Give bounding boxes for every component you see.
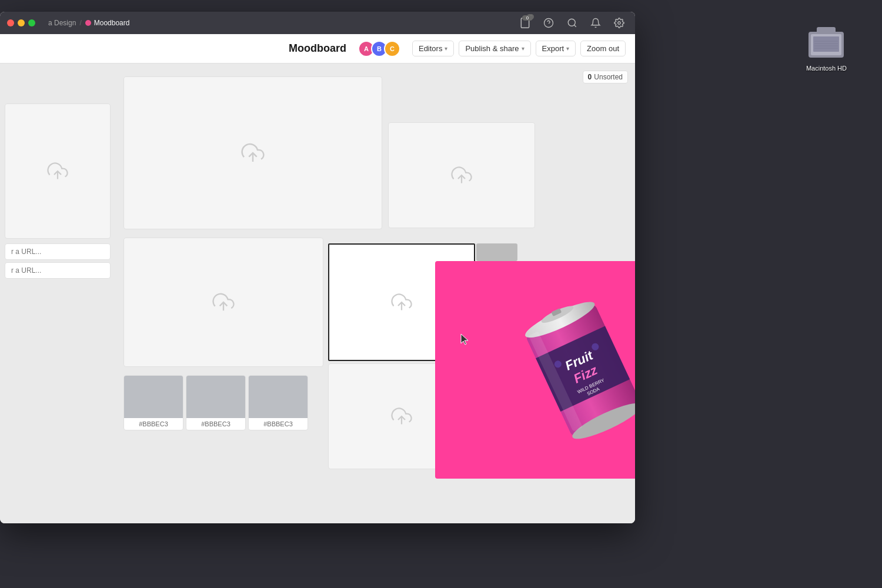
publish-chevron-icon: ▾ xyxy=(522,45,524,52)
svg-rect-26 xyxy=(817,27,836,34)
svg-rect-0 xyxy=(521,18,529,28)
upload-icon-middle xyxy=(212,291,235,313)
swatch-3[interactable]: #BBBEC3 xyxy=(248,375,308,430)
app-toolbar: Moodboard A B C Editors ▾ Publish & shar… xyxy=(0,34,635,64)
swatch-label-3: #BBBEC3 xyxy=(249,418,308,430)
unsorted-count: 0 xyxy=(588,73,592,81)
cursor-icon xyxy=(459,333,470,349)
tablet-badge: 0 xyxy=(527,14,534,19)
app-window: a Design / Moodboard 0 xyxy=(0,12,635,523)
publish-share-button[interactable]: Publish & share ▾ xyxy=(459,41,530,56)
breadcrumb-current-label: Moodboard xyxy=(94,19,130,27)
search-icon[interactable] xyxy=(563,14,581,32)
help-icon[interactable] xyxy=(540,14,557,32)
breadcrumb: a Design / Moodboard xyxy=(48,19,129,27)
outlined-upload-icon xyxy=(391,292,412,313)
upload-icon-top-left xyxy=(241,141,265,165)
zoom-out-label: Zoom out xyxy=(587,44,619,53)
breadcrumb-separator: / xyxy=(79,19,81,27)
upload-icon-top-right xyxy=(451,165,472,186)
left-panel xyxy=(0,99,115,283)
titlebar: a Design / Moodboard 0 xyxy=(0,12,635,34)
mac-hd-icon xyxy=(806,24,846,61)
tablet-icon[interactable]: 0 xyxy=(516,14,534,32)
canvas-area: 0 Unsorted xyxy=(0,64,635,523)
swatch-1[interactable]: #BBBEC3 xyxy=(123,375,183,430)
close-button[interactable] xyxy=(7,19,14,26)
breadcrumb-dot-icon xyxy=(85,20,91,26)
upload-card-middle[interactable] xyxy=(123,238,323,367)
can-image: Fruit Fizz WILD BERRY SODA xyxy=(510,285,635,455)
breadcrumb-parent[interactable]: a Design xyxy=(48,19,76,27)
maximize-button[interactable] xyxy=(28,19,35,26)
swatch-row: #BBBEC3 #BBBEC3 #BBBEC3 xyxy=(123,375,308,430)
svg-point-2 xyxy=(544,19,553,28)
svg-rect-28 xyxy=(813,36,839,52)
editors-chevron-icon: ▾ xyxy=(445,45,447,52)
svg-point-4 xyxy=(568,19,575,26)
bell-icon[interactable] xyxy=(587,14,604,32)
mac-hd-label: Macintosh HD xyxy=(806,65,847,72)
export-chevron-icon: ▾ xyxy=(566,45,569,52)
desktop: a Design / Moodboard 0 xyxy=(0,0,882,588)
swatch-color-2 xyxy=(186,376,245,418)
swatch-color-3 xyxy=(249,376,308,418)
unsorted-label: Unsorted xyxy=(594,73,623,81)
minimize-button[interactable] xyxy=(18,19,25,26)
upload-icon-left xyxy=(47,161,68,182)
zoom-out-button[interactable]: Zoom out xyxy=(580,41,626,56)
swatch-2[interactable]: #BBBEC3 xyxy=(186,375,246,430)
publish-share-label: Publish & share xyxy=(465,44,519,53)
macintosh-hd[interactable]: Macintosh HD xyxy=(806,24,847,72)
unsorted-badge[interactable]: 0 Unsorted xyxy=(583,71,628,83)
gray-button[interactable] xyxy=(476,243,517,261)
export-label: Export xyxy=(542,44,564,53)
url-input-2[interactable] xyxy=(5,262,111,279)
upload-icon-bottom xyxy=(391,406,412,427)
upload-card-top-left[interactable] xyxy=(123,76,382,229)
breadcrumb-current: Moodboard xyxy=(85,19,130,27)
url-input-2-wrapper xyxy=(5,262,111,279)
swatch-color-1 xyxy=(124,376,183,418)
editors-label: Editors xyxy=(419,44,442,53)
upload-card-top-right[interactable] xyxy=(388,122,535,228)
url-input-1[interactable] xyxy=(5,243,111,260)
svg-point-5 xyxy=(618,22,621,25)
upload-card-left[interactable] xyxy=(5,103,111,239)
window-controls[interactable] xyxy=(7,19,35,26)
swatch-label-2: #BBBEC3 xyxy=(186,418,245,430)
swatch-label-1: #BBBEC3 xyxy=(124,418,183,430)
pink-product-card: Fruit Fizz WILD BERRY SODA xyxy=(435,261,635,479)
avatar-3: C xyxy=(384,41,400,57)
settings-icon[interactable] xyxy=(610,14,628,32)
export-button[interactable]: Export ▾ xyxy=(536,41,576,56)
url-input-1-wrapper xyxy=(5,243,111,260)
page-title: Moodboard xyxy=(289,42,346,55)
editors-button[interactable]: Editors ▾ xyxy=(412,41,454,56)
avatar-group: A B C xyxy=(358,41,400,57)
